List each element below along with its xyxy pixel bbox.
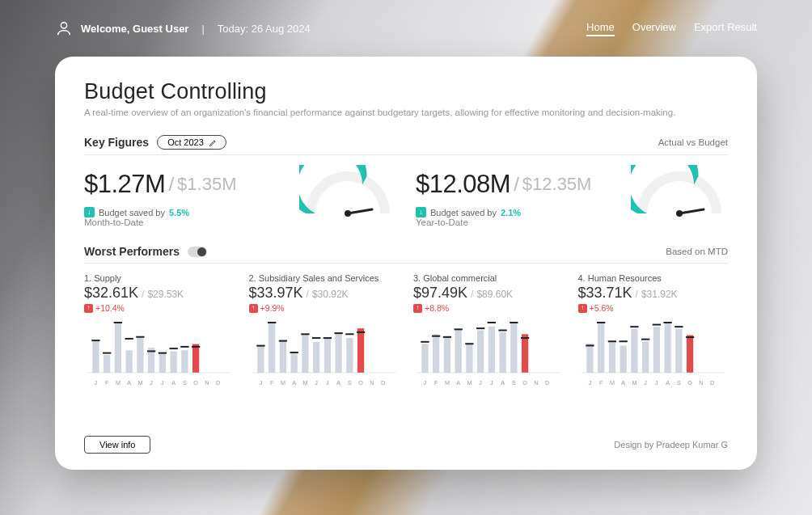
svg-text:S: S	[676, 380, 680, 386]
kf-ytd: Year-to-Date $12.08M / $12.35M ↓ Budget …	[416, 165, 728, 229]
kf-mtd: Month-to-Date $1.27M / $1.35M ↓ Budget s…	[84, 165, 396, 229]
svg-text:S: S	[347, 380, 351, 386]
nav-overview[interactable]: Overview	[632, 21, 676, 36]
svg-text:A: A	[501, 380, 505, 386]
arrow-up-icon: ↑	[84, 304, 93, 313]
ytd-budget: $12.35M	[522, 174, 592, 195]
mtd-actual: $1.27M	[84, 170, 165, 199]
arrow-up-icon: ↑	[578, 304, 587, 313]
svg-rect-110	[608, 341, 615, 373]
arrow-up-icon: ↑	[249, 304, 258, 313]
arrow-up-icon: ↑	[413, 304, 422, 313]
svg-rect-74	[433, 334, 439, 373]
svg-text:J: J	[315, 380, 318, 386]
svg-rect-107	[598, 323, 604, 373]
svg-text:J: J	[479, 380, 482, 386]
svg-text:J: J	[326, 380, 329, 386]
svg-rect-71	[421, 344, 428, 373]
svg-rect-77	[444, 336, 450, 373]
user-icon	[55, 19, 73, 37]
svg-rect-14	[126, 350, 133, 373]
wp-name: 1. Supply	[84, 273, 235, 283]
svg-rect-122	[653, 327, 659, 373]
wp-mini-chart: JFMAMJJASOND	[84, 319, 235, 388]
svg-rect-98	[522, 334, 528, 373]
svg-text:O: O	[358, 380, 363, 386]
svg-line-2	[348, 209, 372, 213]
svg-text:A: A	[666, 380, 670, 386]
worst-item: 3. Global commercial $97.49K / $89.60K ↑…	[413, 273, 564, 388]
mtd-label: Month-to-Date	[84, 217, 396, 227]
worst-item: 2. Subsidiary Sales and Services $33.97K…	[249, 273, 400, 388]
ytd-saved-text: Budget saved by	[430, 208, 497, 217]
nav-export[interactable]: Export Result	[694, 21, 757, 36]
worst-toggle[interactable]	[188, 247, 207, 257]
svg-rect-89	[488, 327, 495, 373]
wp-budget: $31.92K	[641, 289, 678, 300]
wp-actual: $33.71K	[578, 285, 632, 302]
svg-rect-92	[499, 332, 505, 373]
svg-rect-80	[455, 329, 462, 373]
view-info-button[interactable]: View info	[84, 436, 150, 454]
svg-text:A: A	[456, 380, 460, 386]
svg-text:A: A	[621, 380, 625, 386]
svg-text:A: A	[171, 380, 176, 386]
page-title: Budget Controlling	[84, 79, 728, 104]
svg-rect-26	[170, 351, 176, 373]
svg-text:N: N	[205, 380, 209, 386]
svg-line-4	[679, 209, 704, 213]
svg-text:M: M	[137, 380, 142, 386]
arrow-down-icon: ↓	[416, 207, 426, 217]
svg-text:A: A	[336, 380, 340, 386]
svg-rect-131	[686, 336, 692, 374]
svg-text:J: J	[588, 380, 591, 386]
svg-rect-119	[642, 341, 649, 373]
svg-text:O: O	[193, 380, 198, 386]
svg-text:N: N	[370, 380, 374, 386]
svg-text:J: J	[655, 380, 658, 386]
nav-home[interactable]: Home	[586, 21, 615, 36]
design-credit: Design by Pradeep Kumar G	[614, 440, 728, 450]
svg-text:J: J	[259, 380, 262, 386]
svg-rect-53	[313, 342, 319, 373]
svg-rect-65	[357, 328, 363, 373]
wp-delta: +8.8%	[425, 303, 449, 313]
svg-text:J: J	[424, 380, 427, 386]
welcome-text: Welcome, Guest User	[81, 23, 188, 35]
wp-name: 3. Global commercial	[413, 273, 564, 283]
ytd-label: Year-to-Date	[416, 217, 728, 227]
svg-rect-125	[664, 323, 670, 373]
svg-text:A: A	[127, 380, 131, 386]
svg-text:M: M	[632, 380, 636, 386]
period-selector[interactable]: Oct 2023	[157, 135, 226, 150]
worst-item: 4. Human Resources $33.71K / $31.92K ↑ +…	[578, 273, 729, 388]
svg-rect-62	[346, 338, 353, 373]
page-subtitle: A real-time overview of an organization'…	[84, 108, 728, 117]
wp-delta: +9.9%	[260, 303, 285, 313]
svg-text:S: S	[512, 380, 516, 386]
svg-text:F: F	[269, 380, 273, 386]
topbar-divider: |	[201, 23, 204, 35]
mtd-budget: $1.35M	[177, 174, 236, 195]
svg-text:S: S	[183, 380, 187, 386]
wp-mini-chart: JFMAMJJASOND	[413, 319, 564, 388]
svg-rect-56	[324, 338, 330, 373]
svg-text:D: D	[216, 380, 220, 386]
svg-text:A: A	[292, 380, 296, 386]
svg-rect-59	[335, 332, 341, 373]
svg-text:J: J	[644, 380, 647, 386]
wp-budget: $30.92K	[312, 289, 349, 300]
svg-text:J: J	[161, 380, 164, 386]
svg-text:F: F	[434, 380, 438, 386]
svg-text:J: J	[150, 380, 153, 386]
svg-text:M: M	[302, 380, 307, 386]
svg-text:F: F	[598, 380, 603, 386]
arrow-down-icon: ↓	[84, 207, 95, 217]
ytd-saved-pct: 2.1%	[501, 208, 521, 217]
svg-rect-104	[586, 344, 593, 373]
wp-name: 4. Human Resources	[578, 273, 729, 283]
svg-rect-95	[510, 323, 517, 373]
svg-text:M: M	[116, 380, 121, 386]
mtd-saved-pct: 5.5%	[169, 208, 189, 217]
ytd-actual: $12.08M	[416, 170, 510, 199]
